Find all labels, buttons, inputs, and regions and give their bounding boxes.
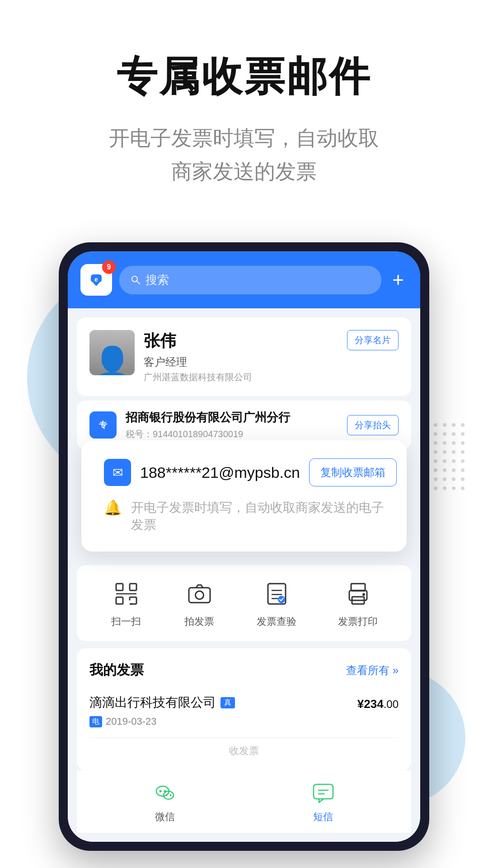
copy-email-button[interactable]: 复制收票邮箱 xyxy=(309,458,397,486)
footer-area: TIe xyxy=(0,851,488,868)
invoice-section: 我的发票 查看所有 » 滴滴出行科技有限公司 真 电 2019-03-23 xyxy=(77,648,411,770)
view-all-link[interactable]: 查看所有 » xyxy=(346,663,399,678)
badge: 9 xyxy=(102,260,116,274)
bottom-phone-content: 扫一扫 拍发票 xyxy=(68,552,420,842)
action-camera[interactable]: 拍发票 xyxy=(183,578,215,628)
invoice-amount-cents: .00 xyxy=(384,698,399,710)
invoice-section-title: 我的发票 xyxy=(89,661,144,679)
scan-icon xyxy=(110,578,142,609)
email-row: ✉ 188******21@mypsb.cn 复制收票邮箱 xyxy=(104,458,384,486)
svg-rect-6 xyxy=(116,597,123,604)
invoice-date-row: 电 2019-03-23 xyxy=(89,716,235,727)
contact-role: 客户经理 xyxy=(144,355,338,369)
invoice-date: 2019-03-23 xyxy=(106,716,157,727)
nav-sms[interactable]: 短信 xyxy=(310,779,337,824)
bottom-nav: 微信 短信 xyxy=(77,770,411,833)
main-title: 专属收票邮件 xyxy=(36,54,452,99)
bank-logo: 专 xyxy=(89,411,117,439)
app-header: e 9 搜索 + xyxy=(68,251,420,308)
bank-info: 招商银行股份有限公司广州分行 税号：914401018904730019 xyxy=(126,410,338,440)
svg-point-19 xyxy=(278,596,285,603)
invoice-company-name: 滴滴出行科技有限公司 xyxy=(89,694,216,711)
nav-wechat[interactable]: 微信 xyxy=(151,779,178,824)
scan-label: 扫一扫 xyxy=(111,615,141,628)
email-address: 188******21@mypsb.cn xyxy=(140,464,300,481)
invoice-left: 滴滴出行科技有限公司 真 电 2019-03-23 xyxy=(89,694,235,727)
phone-inner: e 9 搜索 + xyxy=(68,251,420,842)
add-button[interactable]: + xyxy=(389,269,408,291)
svg-line-3 xyxy=(137,281,140,284)
action-print[interactable]: 发票打印 xyxy=(338,578,378,628)
invoice-type-badge: 真 xyxy=(221,697,235,708)
phone-container: e 9 搜索 + xyxy=(0,242,488,851)
svg-rect-30 xyxy=(314,784,333,799)
svg-point-14 xyxy=(195,591,203,599)
bell-icon: 🔔 xyxy=(104,499,122,516)
bank-name: 招商银行股份有限公司广州分行 xyxy=(126,410,338,425)
top-section: 专属收票邮件 开电子发票时填写，自动收取 商家发送的发票 xyxy=(0,0,488,215)
wechat-icon xyxy=(151,779,178,807)
invoice-divider: 收发票 xyxy=(89,737,399,758)
invoice-e-badge: 电 xyxy=(89,716,102,727)
camera-icon xyxy=(183,578,215,609)
email-hint-text: 开电子发票时填写，自动收取商家发送的电子发票 xyxy=(131,499,384,533)
search-placeholder: 搜索 xyxy=(145,272,169,288)
email-popup: ✉ 188******21@mypsb.cn 复制收票邮箱 🔔 开电子发票时填写… xyxy=(81,440,407,552)
verify-label: 发票查验 xyxy=(257,615,296,628)
message-icon xyxy=(310,779,337,807)
svg-rect-5 xyxy=(130,584,136,590)
email-icon-wrap: ✉ xyxy=(104,459,131,486)
action-scan[interactable]: 扫一扫 xyxy=(110,578,142,628)
svg-text:e: e xyxy=(94,276,98,283)
invoice-amount-value: ¥234 xyxy=(357,697,384,711)
quick-actions: 扫一扫 拍发票 xyxy=(77,565,411,641)
invoice-amount: ¥234.00 xyxy=(357,694,399,712)
svg-point-29 xyxy=(169,794,171,796)
contact-name: 张伟 xyxy=(144,330,338,352)
svg-rect-4 xyxy=(116,584,123,590)
svg-point-2 xyxy=(132,276,137,282)
action-verify[interactable]: 发票查验 xyxy=(257,578,296,628)
svg-rect-13 xyxy=(189,588,210,603)
subtitle: 开电子发票时填写，自动收取 商家发送的发票 xyxy=(36,122,452,188)
contact-info: 张伟 客户经理 广州湛蓝数据科技有限公司 xyxy=(144,330,338,383)
invoice-item: 滴滴出行科技有限公司 真 电 2019-03-23 ¥234.00 xyxy=(89,689,399,733)
search-icon xyxy=(130,274,141,285)
svg-point-23 xyxy=(362,593,365,596)
print-label: 发票打印 xyxy=(338,615,378,628)
camera-label: 拍发票 xyxy=(184,615,214,628)
email-hint-row: 🔔 开电子发票时填写，自动收取商家发送的电子发票 xyxy=(104,499,384,533)
nav-sms-label: 短信 xyxy=(313,810,333,824)
avatar-silhouette: 👤 xyxy=(93,347,132,375)
phone-mockup: e 9 搜索 + xyxy=(59,242,429,851)
share-head-button[interactable]: 分享抬头 xyxy=(347,415,399,435)
verify-icon xyxy=(261,578,292,609)
share-card-button[interactable]: 分享名片 xyxy=(347,330,399,350)
invoice-header: 我的发票 查看所有 » xyxy=(89,661,399,679)
nav-wechat-label: 微信 xyxy=(155,810,175,824)
svg-point-25 xyxy=(159,790,161,792)
bank-tax: 税号：914401018904730019 xyxy=(126,428,338,440)
contact-card: 👤 张伟 客户经理 广州湛蓝数据科技有限公司 分享名片 xyxy=(77,317,411,396)
avatar: 👤 xyxy=(89,330,135,375)
svg-point-28 xyxy=(165,794,167,796)
search-bar[interactable]: 搜索 xyxy=(119,266,381,294)
print-icon xyxy=(342,578,374,609)
app-logo-wrap: e 9 xyxy=(80,264,112,296)
email-icon: ✉ xyxy=(113,465,123,480)
contact-company: 广州湛蓝数据科技有限公司 xyxy=(144,371,338,383)
invoice-company-row: 滴滴出行科技有限公司 真 xyxy=(89,694,235,711)
